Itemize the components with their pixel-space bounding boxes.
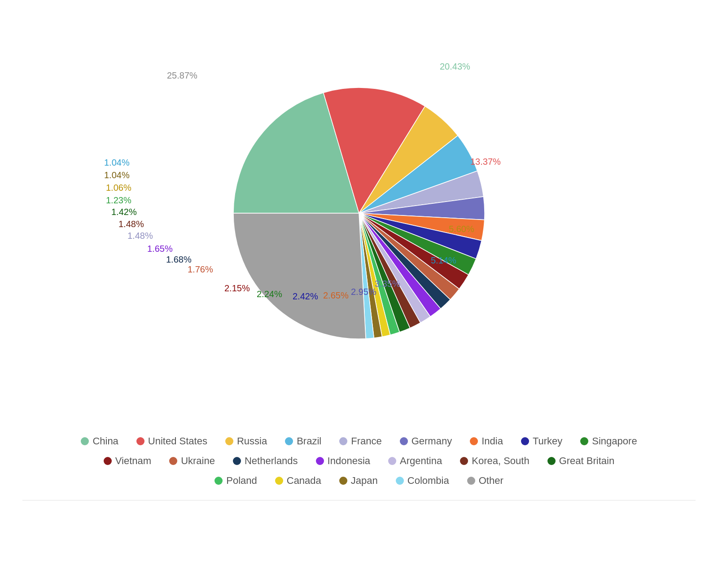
legend-container: ChinaUnited StatesRussiaBrazilFranceGerm… — [45, 426, 673, 496]
legend-label-great-britain: Great Britain — [559, 455, 615, 467]
pie-label-18: 1.04% — [104, 170, 130, 180]
legend-dot-singapore — [580, 437, 588, 445]
legend-label-singapore: Singapore — [592, 435, 637, 447]
legend-item-great-britain: Great Britain — [547, 455, 615, 467]
legend-row-1: VietnamUkraineNetherlandsIndonesiaArgent… — [104, 455, 614, 467]
legend-item-singapore: Singapore — [580, 435, 637, 447]
legend-rows: ChinaUnited StatesRussiaBrazilFranceGerm… — [81, 435, 637, 487]
legend-dot-poland — [215, 477, 223, 485]
legend-label-india: India — [482, 435, 503, 447]
legend-item-netherlands: Netherlands — [233, 455, 298, 467]
legend-label-colombia: Colombia — [407, 475, 449, 487]
legend-dot-india — [470, 437, 478, 445]
pie-label-15: 1.42% — [111, 207, 137, 217]
legend-dot-brazil — [285, 437, 293, 445]
legend-label-argentina: Argentina — [400, 455, 442, 467]
legend-dot-japan — [339, 477, 347, 485]
legend-item-ukraine: Ukraine — [169, 455, 215, 467]
legend-item-turkey: Turkey — [521, 435, 562, 447]
chart-container: 20.43%13.37%5.60%5.14%3.35%2.95%2.65%2.4… — [0, 0, 718, 426]
pie-label-12: 1.65% — [147, 244, 173, 254]
legend-dot-russia — [225, 437, 233, 445]
legend-item-korea--south: Korea, South — [460, 455, 529, 467]
legend-label-korea--south: Korea, South — [472, 455, 529, 467]
legend-label-united-states: United States — [148, 435, 207, 447]
legend-dot-korea--south — [460, 457, 468, 465]
pie-label-13: 1.48% — [127, 231, 153, 241]
legend-row-0: ChinaUnited StatesRussiaBrazilFranceGerm… — [81, 435, 637, 447]
legend-item-other: Other — [467, 475, 503, 487]
legend-dot-china — [81, 437, 89, 445]
legend-item-france: France — [339, 435, 381, 447]
divider — [22, 500, 696, 500]
legend-label-brazil: Brazil — [297, 435, 321, 447]
legend-dot-netherlands — [233, 457, 241, 465]
legend-label-vietnam: Vietnam — [115, 455, 151, 467]
pie-label-20: 25.87% — [167, 70, 197, 81]
legend-row-2: PolandCanadaJapanColombiaOther — [215, 475, 503, 487]
legend-item-colombia: Colombia — [396, 475, 449, 487]
legend-item-indonesia: Indonesia — [316, 455, 370, 467]
legend-item-argentina: Argentina — [388, 455, 442, 467]
legend-label-canada: Canada — [287, 475, 321, 487]
legend-dot-colombia — [396, 477, 404, 485]
legend-label-other: Other — [479, 475, 503, 487]
legend-label-japan: Japan — [351, 475, 378, 487]
legend-dot-germany — [400, 437, 408, 445]
legend-dot-france — [339, 437, 347, 445]
legend-label-ukraine: Ukraine — [181, 455, 215, 467]
legend-dot-canada — [275, 477, 283, 485]
legend-label-germany: Germany — [412, 435, 452, 447]
legend-item-brazil: Brazil — [285, 435, 321, 447]
legend-label-russia: Russia — [237, 435, 267, 447]
legend-label-indonesia: Indonesia — [328, 455, 370, 467]
legend-dot-other — [467, 477, 475, 485]
legend-item-japan: Japan — [339, 475, 378, 487]
legend-dot-indonesia — [316, 457, 324, 465]
legend-dot-ukraine — [169, 457, 177, 465]
pie-label-19: 1.04% — [104, 158, 130, 168]
legend-item-poland: Poland — [215, 475, 257, 487]
legend-item-germany: Germany — [400, 435, 452, 447]
pie-label-17: 1.06% — [106, 183, 131, 193]
slice-other — [233, 213, 366, 339]
pie-chart — [202, 56, 516, 370]
legend-dot-argentina — [388, 457, 396, 465]
legend-dot-united-states — [136, 437, 144, 445]
legend-dot-turkey — [521, 437, 529, 445]
legend-item-united-states: United States — [136, 435, 207, 447]
legend-item-russia: Russia — [225, 435, 267, 447]
legend-item-india: India — [470, 435, 503, 447]
legend-label-netherlands: Netherlands — [245, 455, 298, 467]
pie-label-11: 1.68% — [166, 255, 192, 265]
pie-area — [202, 56, 516, 370]
legend-dot-vietnam — [104, 457, 112, 465]
pie-label-16: 1.23% — [106, 195, 131, 206]
legend-item-china: China — [81, 435, 118, 447]
legend-dot-great-britain — [547, 457, 556, 465]
legend-label-poland: Poland — [226, 475, 257, 487]
pie-label-14: 1.48% — [118, 219, 144, 229]
legend-label-france: France — [351, 435, 381, 447]
legend-item-canada: Canada — [275, 475, 321, 487]
legend-item-vietnam: Vietnam — [104, 455, 151, 467]
legend-label-turkey: Turkey — [533, 435, 562, 447]
legend-label-china: China — [92, 435, 118, 447]
